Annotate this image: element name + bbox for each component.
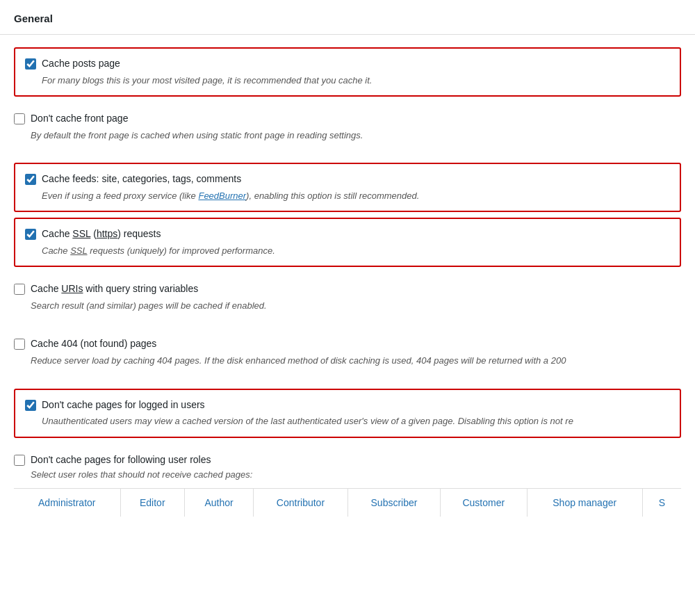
setting-cache-404: Cache 404 (not found) pages Reduce serve…	[14, 327, 681, 377]
checkbox-user-roles[interactable]	[14, 455, 25, 466]
section-title: General	[0, 0, 695, 35]
page-wrapper: General Cache posts page For many blogs …	[0, 0, 695, 616]
label-cache-feeds: Cache feeds: site, categories, tags, com…	[42, 172, 241, 186]
desc-cache-ssl: Cache SSL requests (uniquely) for improv…	[42, 244, 670, 258]
label-user-roles: Don't cache pages for following user rol…	[31, 453, 211, 467]
desc-cache-404: Reduce server load by caching 404 pages.…	[31, 354, 681, 368]
checkbox-cache-ssl[interactable]	[25, 229, 36, 240]
user-roles-row: Administrator Editor Author Contributor …	[14, 489, 681, 517]
role-administrator[interactable]: Administrator	[14, 489, 120, 517]
role-customer[interactable]: Customer	[440, 489, 527, 517]
setting-cache-uris: Cache URIs with query string variables S…	[14, 273, 681, 322]
role-other[interactable]: S	[642, 489, 681, 517]
checkbox-cache-uris[interactable]	[14, 284, 25, 295]
role-subscriber[interactable]: Subscriber	[348, 489, 441, 517]
setting-user-roles: Don't cache pages for following user rol…	[14, 444, 681, 517]
setting-cache-posts-page: Cache posts page For many blogs this is …	[14, 47, 681, 97]
label-cache-404: Cache 404 (not found) pages	[31, 337, 156, 351]
desc-cache-feeds: Even if using a feed proxy service (like…	[42, 189, 670, 203]
role-contributor[interactable]: Contributor	[253, 489, 348, 517]
setting-dont-cache-logged-in: Don't cache pages for logged in users Un…	[14, 389, 681, 438]
setting-dont-cache-front-page: Don't cache front page By default the fr…	[14, 102, 681, 152]
user-roles-table: Administrator Editor Author Contributor …	[14, 488, 681, 517]
desc-cache-uris: Search result (and similar) pages will b…	[31, 299, 681, 313]
feedburner-link[interactable]: FeedBurner	[198, 191, 246, 201]
role-shop-manager[interactable]: Shop manager	[527, 489, 642, 517]
role-author[interactable]: Author	[185, 489, 254, 517]
desc-dont-cache-front-page: By default the front page is cached when…	[31, 129, 681, 143]
role-editor[interactable]: Editor	[120, 489, 185, 517]
desc-user-roles: Select user roles that should not receiv…	[31, 469, 681, 480]
desc-cache-posts-page: For many blogs this is your most visited…	[42, 74, 670, 88]
checkbox-cache-feeds[interactable]	[25, 174, 36, 185]
checkbox-dont-cache-front-page[interactable]	[14, 113, 25, 124]
label-dont-cache-front-page: Don't cache front page	[31, 112, 128, 126]
label-cache-ssl: Cache SSL (https) requests	[42, 227, 161, 241]
label-dont-cache-logged-in: Don't cache pages for logged in users	[42, 398, 205, 412]
label-cache-posts-page: Cache posts page	[42, 57, 120, 71]
checkbox-dont-cache-logged-in[interactable]	[25, 400, 36, 411]
setting-cache-ssl: Cache SSL (https) requests Cache SSL req…	[14, 218, 681, 267]
label-cache-uris: Cache URIs with query string variables	[31, 282, 198, 296]
checkbox-cache-404[interactable]	[14, 339, 25, 350]
settings-container: Cache posts page For many blogs this is …	[0, 35, 695, 524]
desc-dont-cache-logged-in: Unauthenticated users may view a cached …	[42, 414, 670, 428]
checkbox-cache-posts-page[interactable]	[25, 58, 36, 70]
setting-cache-feeds: Cache feeds: site, categories, tags, com…	[14, 163, 681, 212]
